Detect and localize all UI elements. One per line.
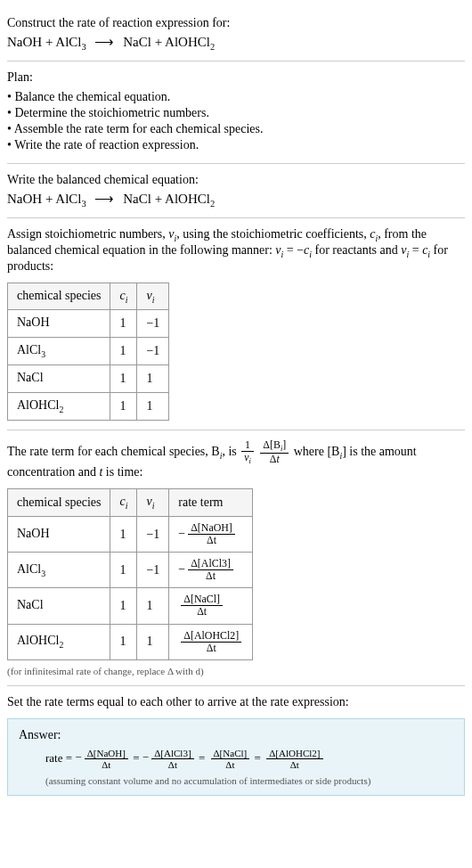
problem-equation: NaOH + AlCl3 ⟶ NaCl + AlOHCl2 [7, 34, 465, 52]
cell-nui: −1 [137, 517, 169, 553]
species: AlOHCl2 [165, 35, 215, 49]
stoich-section: Assign stoichiometric numbers, νi, using… [7, 218, 465, 430]
cell-rate: −Δ[NaOH]Δt [169, 517, 253, 553]
answer-label: Answer: [19, 728, 453, 742]
cell-nui: −1 [137, 338, 169, 365]
cell-ci: 1 [110, 624, 137, 659]
col-ci: ci [110, 489, 137, 517]
species: NaOH [7, 192, 42, 206]
table-row: AlCl3 1 −1 −Δ[AlCl3]Δt [8, 553, 253, 588]
fraction: 1 νi [241, 439, 254, 466]
species: NaCl [123, 192, 151, 206]
cell-species: AlCl3 [8, 553, 110, 588]
fraction: Δ[NaCl]Δt [181, 594, 223, 618]
plan-section: Plan: Balance the chemical equation. Det… [7, 61, 465, 164]
stoich-intro: Assign stoichiometric numbers, νi, using… [7, 227, 465, 274]
rateterm-section: The rate term for each chemical species,… [7, 430, 465, 686]
answer-assumption: (assuming constant volume and no accumul… [45, 775, 453, 786]
fraction: Δ[NaOH]Δt [188, 522, 235, 546]
cell-species: AlOHCl2 [8, 624, 110, 659]
col-rate: rate term [169, 489, 253, 517]
plan-item: Balance the chemical equation. [7, 90, 465, 104]
plan-title: Plan: [7, 70, 465, 85]
balanced-equation: NaOH + AlCl3 ⟶ NaCl + AlOHCl2 [7, 191, 465, 209]
fraction: Δ[AlOHCl2]Δt [266, 748, 322, 770]
problem-header: Construct the rate of reaction expressio… [7, 7, 465, 61]
fraction: Δ[Bi] Δt [260, 439, 289, 466]
problem-prompt: Construct the rate of reaction expressio… [7, 16, 465, 30]
rateterm-table: chemical species ci νi rate term NaOH 1 … [7, 488, 253, 660]
table-header-row: chemical species ci νi rate term [8, 489, 253, 517]
cell-ci: 1 [110, 553, 137, 588]
cell-species: NaOH [8, 517, 110, 553]
rateterm-note: (for infinitesimal rate of change, repla… [7, 666, 465, 676]
cell-species: AlOHCl2 [8, 392, 110, 420]
species: NaCl [123, 35, 151, 49]
cell-species: NaOH [8, 310, 110, 338]
final-section: Set the rate terms equal to each other t… [7, 686, 465, 805]
cell-ci: 1 [110, 310, 137, 338]
plan-item: Assemble the rate term for each chemical… [7, 122, 465, 136]
table-row: AlCl3 1 −1 [8, 338, 169, 365]
rate-expression: rate = −Δ[NaOH]Δt = −Δ[AlCl3]Δt = Δ[NaCl… [45, 748, 453, 770]
cell-species: AlCl3 [8, 338, 110, 365]
reaction-arrow: ⟶ [94, 192, 114, 206]
cell-rate: Δ[AlOHCl2]Δt [169, 624, 253, 659]
col-species: chemical species [8, 283, 110, 310]
col-nui: νi [137, 283, 169, 310]
cell-ci: 1 [110, 392, 137, 420]
species: NaOH [7, 35, 42, 49]
cell-nui: 1 [137, 364, 169, 392]
cell-nui: −1 [137, 310, 169, 338]
cell-species: NaCl [8, 364, 110, 392]
stoich-table: chemical species ci νi NaOH 1 −1 AlCl3 1… [7, 283, 169, 421]
reaction-arrow: ⟶ [94, 35, 114, 49]
cell-nui: 1 [137, 588, 169, 624]
answer-box: Answer: rate = −Δ[NaOH]Δt = −Δ[AlCl3]Δt … [7, 718, 465, 796]
table-row: NaCl 1 1 [8, 364, 169, 392]
rateterm-intro: The rate term for each chemical species,… [7, 439, 465, 480]
cell-ci: 1 [110, 588, 137, 624]
species: AlCl3 [55, 35, 85, 49]
fraction: Δ[NaOH]Δt [85, 748, 128, 770]
col-ci: ci [110, 283, 137, 310]
cell-nui: 1 [137, 624, 169, 659]
table-row: AlOHCl2 1 1 [8, 392, 169, 420]
fraction: Δ[AlCl3]Δt [151, 748, 193, 770]
plan-item: Determine the stoichiometric numbers. [7, 106, 465, 120]
cell-ci: 1 [110, 364, 137, 392]
cell-rate: −Δ[AlCl3]Δt [169, 553, 253, 588]
species: AlCl3 [55, 192, 85, 206]
col-nui: νi [137, 489, 169, 517]
fraction: Δ[NaCl]Δt [211, 748, 250, 770]
cell-nui: 1 [137, 392, 169, 420]
cell-ci: 1 [110, 338, 137, 365]
fraction: Δ[AlOHCl2]Δt [181, 630, 241, 654]
table-row: AlOHCl2 1 1 Δ[AlOHCl2]Δt [8, 624, 253, 659]
cell-species: NaCl [8, 588, 110, 624]
balanced-section: Write the balanced chemical equation: Na… [7, 164, 465, 218]
final-intro: Set the rate terms equal to each other t… [7, 695, 465, 709]
balanced-title: Write the balanced chemical equation: [7, 173, 465, 187]
species: AlOHCl2 [165, 192, 215, 206]
plan-list: Balance the chemical equation. Determine… [7, 90, 465, 152]
fraction: Δ[AlCl3]Δt [188, 558, 233, 582]
table-header-row: chemical species ci νi [8, 283, 169, 310]
table-row: NaOH 1 −1 −Δ[NaOH]Δt [8, 517, 253, 553]
table-row: NaCl 1 1 Δ[NaCl]Δt [8, 588, 253, 624]
col-species: chemical species [8, 489, 110, 517]
cell-rate: Δ[NaCl]Δt [169, 588, 253, 624]
cell-ci: 1 [110, 517, 137, 553]
cell-nui: −1 [137, 553, 169, 588]
table-row: NaOH 1 −1 [8, 310, 169, 338]
plan-item: Write the rate of reaction expression. [7, 138, 465, 152]
